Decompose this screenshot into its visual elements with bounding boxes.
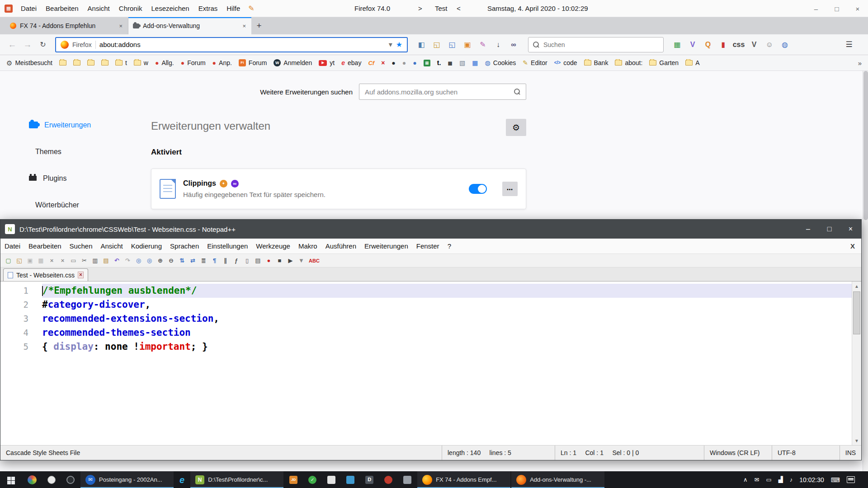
scroll-down-icon[interactable] [852, 436, 861, 445]
menu-item[interactable]: Werkzeuge [252, 239, 294, 253]
code-line[interactable]: 2#category-discover, [0, 298, 861, 312]
toolbar-icon[interactable] [209, 256, 220, 266]
code-area[interactable]: 1/*Empfehlungen ausblenden*/2#category-d… [0, 282, 861, 354]
urlbar-dropdown-icon[interactable] [389, 40, 392, 49]
tab-close-icon[interactable]: × [118, 23, 123, 29]
bookmark-item[interactable]: Cookies [485, 59, 516, 66]
menu-item[interactable]: Fenster [412, 239, 443, 253]
taskbar-button[interactable] [360, 471, 378, 488]
sidebar-item[interactable]: Wörterbücher [25, 192, 94, 218]
toolbar-extension-icon[interactable] [685, 38, 700, 52]
code-editor[interactable]: 1/*Empfehlungen ausblenden*/2#category-d… [0, 282, 861, 445]
minimize-button[interactable]: – [806, 0, 826, 17]
toolbar-extension-icon[interactable] [716, 38, 731, 52]
more-options-button[interactable] [502, 182, 518, 196]
code-line[interactable]: 4recommended-themes-section [0, 326, 861, 340]
tools-for-all-addons-button[interactable] [506, 119, 526, 136]
statusbar-typing-mode[interactable]: INS [840, 446, 861, 460]
start-button[interactable] [0, 471, 22, 488]
taskbar-button[interactable] [303, 471, 321, 488]
toolbar-extension-icon[interactable] [445, 38, 459, 52]
bookmark-item[interactable]: Anp. [212, 59, 232, 66]
toolbar-extension-icon[interactable] [747, 38, 761, 52]
bookmark-item[interactable] [392, 60, 395, 66]
browser-search-field[interactable]: Suchen [528, 37, 664, 52]
toolbar-icon[interactable] [144, 256, 155, 266]
menu-item[interactable]: Einstellungen [203, 239, 252, 253]
urlbar-url[interactable]: about:addons [99, 41, 141, 48]
code-line[interactable]: 1/*Empfehlungen ausblenden*/ [0, 284, 861, 298]
bookmark-item[interactable]: about: [615, 59, 642, 66]
url-bar[interactable]: Firefox about:addons [55, 37, 408, 52]
menu-item[interactable]: Datei [16, 0, 41, 17]
menu-item[interactable]: Suchen [66, 239, 97, 253]
menu-item[interactable]: Lesezeichen [146, 0, 193, 17]
toolbar-extension-icon[interactable] [670, 38, 684, 52]
taskbar-clock[interactable]: 10:02:30 [799, 476, 824, 483]
close-button[interactable]: × [840, 220, 861, 239]
scrollbar-thumb[interactable] [863, 71, 868, 220]
action-center-icon[interactable] [847, 476, 855, 483]
menu-item[interactable]: Kodierung [127, 239, 166, 253]
bookmark-item[interactable] [448, 60, 453, 66]
tray-icon[interactable] [766, 477, 771, 483]
taskbar-button[interactable]: Add-ons-Verwaltung -... [511, 471, 604, 488]
bookmark-item[interactable] [368, 60, 374, 66]
browser-scrollbar[interactable] [863, 71, 868, 471]
toolbar-icon[interactable] [90, 256, 100, 266]
sidebar-item[interactable]: Erweiterungen [25, 112, 94, 138]
toolbar-extension-icon[interactable] [491, 38, 505, 52]
menu-item[interactable]: Makro [294, 239, 321, 253]
forward-button[interactable] [20, 37, 35, 52]
bookmark-item[interactable]: Forum [239, 59, 267, 66]
toolbar-icon[interactable] [264, 256, 274, 266]
toolbar-icon[interactable] [47, 256, 57, 266]
toolbar-icon[interactable] [253, 256, 263, 266]
bookmark-item[interactable] [424, 60, 430, 66]
bookmark-item[interactable] [437, 60, 441, 66]
toolbar-icon[interactable] [79, 256, 90, 266]
menu-item[interactable]: Ansicht [96, 239, 127, 253]
toolbar-icon[interactable] [3, 256, 14, 266]
toolbar-icon[interactable] [112, 256, 122, 266]
menu-item[interactable]: Chronik [114, 0, 147, 17]
bookmark-item[interactable]: Forum [181, 59, 206, 66]
toolbar-icon[interactable] [242, 256, 252, 266]
bookmark-item[interactable] [472, 60, 478, 66]
bookmark-item[interactable]: ebay [341, 59, 361, 66]
editor-scrollbar[interactable] [852, 282, 861, 445]
bookmark-item[interactable]: A [685, 59, 699, 66]
taskbar-button[interactable]: Posteingang - 2002An... [80, 471, 174, 488]
toolbar-icon[interactable] [307, 256, 321, 266]
toolbar-icon[interactable] [285, 256, 296, 266]
scrollbar-thumb[interactable] [853, 291, 860, 334]
bookmark-item[interactable]: Anmelden [274, 59, 312, 66]
toolbar-icon[interactable] [123, 256, 133, 266]
toolbar-icon[interactable] [166, 256, 176, 266]
bookmark-item[interactable]: Allg. [155, 59, 174, 66]
bookmark-item[interactable] [59, 60, 66, 66]
taskbar-button[interactable] [379, 471, 397, 488]
bookmark-item[interactable]: yt [319, 59, 335, 66]
toolbar-extension-icon[interactable] [476, 38, 490, 52]
toolbar-icon[interactable] [68, 256, 79, 266]
maximize-button[interactable]: □ [819, 220, 840, 239]
tray-icon[interactable] [790, 477, 793, 483]
taskbar-button[interactable] [341, 471, 359, 488]
bookmark-item[interactable] [381, 60, 385, 66]
bookmark-item[interactable] [459, 60, 465, 66]
bookmark-item[interactable] [87, 60, 94, 66]
menu-item[interactable]: Extras [194, 0, 222, 17]
close-button[interactable]: × [847, 0, 868, 17]
addon-enable-toggle[interactable] [469, 184, 487, 194]
taskbar-button[interactable] [61, 471, 80, 488]
tray-icon[interactable] [743, 477, 748, 483]
toolbar-icon[interactable] [220, 256, 231, 266]
toolbar-icon[interactable] [188, 256, 198, 266]
toolbar-extension-icon[interactable] [460, 38, 475, 52]
menu-item[interactable]: Ausführen [321, 239, 360, 253]
toolbar-extension-icon[interactable] [506, 38, 521, 52]
menu-item[interactable]: Datei [0, 239, 24, 253]
back-button[interactable] [5, 37, 20, 52]
document-close-button[interactable]: X [844, 242, 861, 250]
